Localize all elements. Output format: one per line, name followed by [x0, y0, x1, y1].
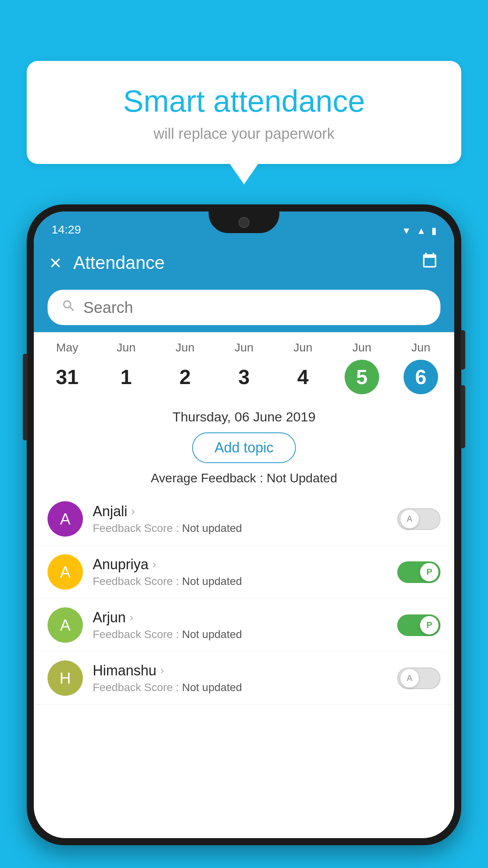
phone-mockup: 14:29 ▼ ▲ ▮ × Attendance [27, 204, 461, 845]
phone-outer: 14:29 ▼ ▲ ▮ × Attendance [27, 204, 461, 845]
selected-date-label: Thursday, 06 June 2019 [46, 409, 442, 425]
student-info: Anupriya›Feedback Score : Not updated [93, 556, 387, 588]
feedback-score: Feedback Score : Not updated [93, 575, 387, 588]
date-info: Thursday, 06 June 2019 Add topic Average… [34, 401, 454, 493]
cal-month: May [56, 341, 79, 354]
toggle-knob: P [420, 616, 438, 634]
cal-date: 6 [404, 360, 438, 394]
status-icons: ▼ ▲ ▮ [402, 225, 437, 236]
speech-bubble-container: Smart attendance will replace your paper… [27, 61, 461, 164]
search-icon [61, 298, 76, 317]
student-item[interactable]: AAnjali›Feedback Score : Not updatedA [34, 493, 454, 546]
student-name: Himanshu› [93, 662, 387, 679]
avg-feedback: Average Feedback : Not Updated [46, 471, 442, 485]
phone-volume-button [23, 354, 28, 440]
battery-icon: ▮ [431, 225, 437, 236]
calendar-icon[interactable] [421, 252, 438, 273]
attendance-toggle[interactable]: A [397, 668, 440, 689]
avg-feedback-value: Not Updated [267, 471, 338, 485]
toggle-knob: A [400, 510, 419, 528]
toggle-knob: A [400, 669, 419, 688]
student-info: Anjali›Feedback Score : Not updated [93, 503, 387, 535]
cal-month: Jun [294, 341, 312, 354]
feedback-score: Feedback Score : Not updated [93, 628, 387, 641]
cal-date: 1 [109, 360, 143, 394]
phone-volume-button-right [460, 385, 465, 448]
speech-bubble: Smart attendance will replace your paper… [27, 61, 461, 164]
chevron-icon: › [160, 664, 164, 677]
cal-month: Jun [411, 341, 430, 354]
toggle-knob: P [420, 563, 438, 581]
toggle-container[interactable]: P [397, 614, 440, 636]
search-container [34, 284, 454, 332]
chevron-icon: › [131, 505, 135, 518]
close-button[interactable]: × [50, 252, 61, 273]
search-input[interactable] [83, 299, 427, 316]
cal-date: 5 [345, 360, 379, 394]
signal-icon: ▲ [416, 225, 426, 236]
student-name: Anupriya› [93, 556, 387, 573]
attendance-toggle[interactable]: P [397, 614, 440, 636]
student-item[interactable]: HHimanshu›Feedback Score : Not updatedA [34, 652, 454, 705]
attendance-toggle[interactable]: A [397, 508, 440, 530]
cal-date: 4 [286, 360, 320, 394]
feedback-score: Feedback Score : Not updated [93, 522, 387, 535]
calendar-day-0[interactable]: May31 [42, 341, 93, 394]
student-avatar: A [48, 501, 83, 537]
cal-month: Jun [176, 341, 194, 354]
calendar-day-3[interactable]: Jun3 [218, 341, 270, 394]
calendar-day-2[interactable]: Jun2 [160, 341, 211, 394]
cal-date: 2 [168, 360, 202, 394]
calendar-day-5[interactable]: Jun5 [336, 341, 387, 394]
student-info: Arjun›Feedback Score : Not updated [93, 609, 387, 641]
student-item[interactable]: AAnupriya›Feedback Score : Not updatedP [34, 546, 454, 599]
bubble-title: Smart attendance [46, 85, 442, 118]
student-item[interactable]: AArjun›Feedback Score : Not updatedP [34, 599, 454, 652]
cal-month: Jun [117, 341, 136, 354]
search-bar[interactable] [48, 290, 440, 325]
toolbar-title: Attendance [73, 252, 421, 273]
wifi-icon: ▼ [402, 225, 411, 236]
chevron-icon: › [152, 558, 156, 571]
chevron-icon: › [130, 611, 133, 624]
cal-date: 3 [227, 360, 261, 394]
calendar-strip: May31Jun1Jun2Jun3Jun4Jun5Jun6 [34, 332, 454, 401]
student-avatar: A [48, 554, 83, 590]
phone-screen: 14:29 ▼ ▲ ▮ × Attendance [34, 211, 454, 838]
toggle-container[interactable]: P [397, 561, 440, 583]
add-topic-button[interactable]: Add topic [192, 432, 296, 463]
calendar-day-4[interactable]: Jun4 [277, 341, 328, 394]
calendar-day-6[interactable]: Jun6 [395, 341, 446, 394]
toggle-container[interactable]: A [397, 668, 440, 689]
phone-notch [209, 211, 279, 233]
student-avatar: A [48, 607, 83, 643]
student-list: AAnjali›Feedback Score : Not updatedAAAn… [34, 493, 454, 705]
toggle-container[interactable]: A [397, 508, 440, 530]
cal-date: 31 [50, 360, 84, 394]
student-info: Himanshu›Feedback Score : Not updated [93, 662, 387, 694]
student-name: Arjun› [93, 609, 387, 626]
cal-month: Jun [352, 341, 371, 354]
calendar-day-1[interactable]: Jun1 [101, 341, 152, 394]
bubble-subtitle: will replace your paperwork [46, 125, 442, 142]
front-camera [238, 217, 250, 228]
app-toolbar: × Attendance [34, 241, 454, 284]
cal-month: Jun [235, 341, 253, 354]
avg-feedback-label: Average Feedback : [151, 471, 263, 485]
phone-power-button [460, 330, 465, 370]
status-time: 14:29 [51, 223, 81, 236]
student-avatar: H [48, 660, 83, 696]
attendance-toggle[interactable]: P [397, 561, 440, 583]
student-name: Anjali› [93, 503, 387, 520]
feedback-score: Feedback Score : Not updated [93, 681, 387, 694]
